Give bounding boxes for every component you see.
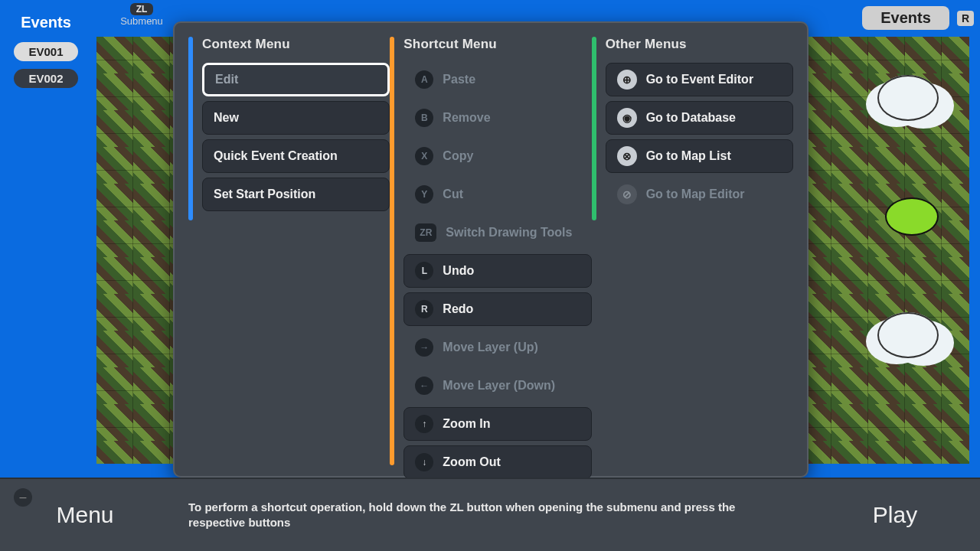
bottom-bar: – Menu To perform a shortcut operation, … [0, 478, 980, 551]
zl-key-icon: ZL [130, 3, 154, 15]
event-list-item[interactable]: EV001 [14, 42, 78, 61]
menu-item-label: Go to Database [646, 111, 736, 125]
other-menu-item[interactable]: ◉Go to Database [606, 101, 793, 135]
menu-item-label: Remove [443, 111, 490, 125]
minus-icon: – [14, 488, 32, 507]
keycap-icon: B [415, 109, 433, 127]
menu-item-label: Redo [443, 302, 473, 316]
shortcut-menu-item[interactable]: RRedo [403, 292, 591, 326]
shortcut-menu-item[interactable]: ↑Zoom In [403, 407, 591, 441]
other-menus-title: Other Menus [606, 37, 793, 52]
shortcut-menu-item: ←Move Layer (Down) [403, 369, 591, 403]
other-menu-item[interactable]: ⊗Go to Map List [606, 139, 793, 173]
context-menu-item[interactable]: Set Start Position [202, 178, 390, 211]
context-menu-item[interactable]: New [202, 101, 390, 135]
menu-item-label: Zoom In [443, 417, 490, 431]
play-button-label: Play [873, 502, 917, 528]
shortcut-menu-item[interactable]: LUndo [403, 254, 591, 288]
other-menu-item[interactable]: ⊕Go to Event Editor [606, 63, 793, 96]
shortcut-menu-item: ZRSwitch Drawing Tools [403, 216, 591, 249]
shortcut-menu-item: APaste [403, 63, 591, 96]
events-mode-button[interactable]: Events [862, 6, 949, 30]
context-menu-title: Context Menu [202, 37, 390, 52]
menu-item-label: Quick Event Creation [214, 149, 338, 163]
context-menu-column: Context Menu EditNewQuick Event Creation… [188, 37, 390, 467]
menu-item-label: Move Layer (Down) [443, 379, 555, 393]
keycap-icon: Y [415, 185, 433, 204]
shortcut-menu-item: →Move Layer (Up) [403, 331, 591, 364]
map-sprite-blob [885, 197, 939, 236]
menu-item-label: Edit [215, 73, 238, 86]
zl-label: Submenu [120, 15, 163, 27]
other-menus-column: Other Menus ⊕Go to Event Editor◉Go to Da… [592, 37, 793, 467]
menu-button-label: Menu [56, 502, 113, 528]
keycap-icon: → [415, 338, 433, 357]
menu-item-label: Paste [443, 73, 475, 86]
menu-item-label: Go to Map List [646, 149, 731, 163]
shortcut-menu-column: Shortcut Menu APasteBRemoveXCopyYCutZRSw… [390, 37, 591, 467]
keycap-icon: X [415, 147, 433, 165]
menu-nav-icon: ⊗ [617, 146, 637, 166]
keycap-icon: ↑ [415, 415, 433, 433]
menu-item-label: New [214, 111, 239, 125]
menu-item-label: Cut [443, 187, 463, 201]
other-menu-item: ⊘Go to Map Editor [606, 178, 793, 211]
r-key-badge: R [957, 11, 974, 26]
event-list-item[interactable]: EV002 [14, 69, 78, 88]
hint-text: To perform a shortcut operation, hold do… [170, 478, 810, 551]
menu-nav-icon: ⊘ [617, 184, 637, 204]
shortcut-menu-item: BRemove [403, 101, 591, 135]
menu-item-label: Move Layer (Up) [443, 341, 537, 354]
keycap-icon: ← [415, 377, 433, 395]
shortcut-menu-title: Shortcut Menu [403, 37, 591, 52]
map-sprite-cloud [877, 312, 939, 358]
submenu-popup: Context Menu EditNewQuick Event Creation… [173, 21, 808, 478]
shortcut-menu-item: XCopy [403, 139, 591, 173]
shortcut-menu-item[interactable]: ↓Zoom Out [403, 445, 591, 479]
keycap-icon: R [415, 300, 433, 318]
context-menu-item[interactable]: Edit [202, 63, 390, 96]
menu-item-label: Go to Event Editor [646, 73, 753, 86]
menu-item-label: Set Start Position [214, 187, 315, 201]
play-button[interactable]: Play [810, 478, 980, 551]
menu-item-label: Zoom Out [443, 455, 501, 469]
keycap-icon: ZR [415, 223, 436, 242]
menu-nav-icon: ⊕ [617, 70, 637, 90]
menu-item-label: Go to Map Editor [646, 187, 745, 201]
menu-item-label: Switch Drawing Tools [446, 226, 572, 240]
menu-button[interactable]: – Menu [0, 478, 170, 551]
keycap-icon: A [415, 70, 433, 89]
shortcut-menu-item: YCut [403, 178, 591, 211]
menu-item-label: Copy [443, 149, 473, 163]
zl-submenu-badge: ZL Submenu [115, 3, 168, 27]
events-panel: Events EV001EV002 [0, 0, 92, 468]
menu-item-label: Undo [443, 264, 474, 278]
context-menu-item[interactable]: Quick Event Creation [202, 139, 390, 173]
keycap-icon: ↓ [415, 453, 433, 471]
menu-nav-icon: ◉ [617, 108, 637, 128]
keycap-icon: L [415, 262, 433, 280]
map-sprite-cloud [877, 75, 939, 121]
